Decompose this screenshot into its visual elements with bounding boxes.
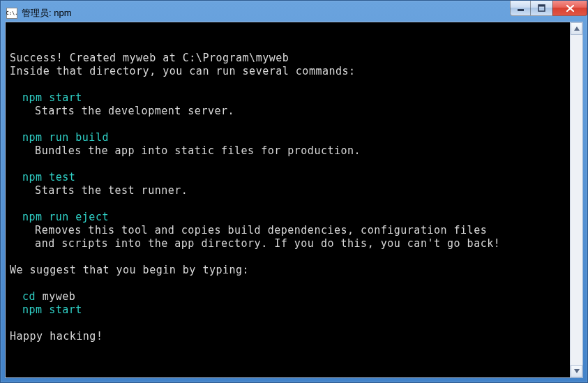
scroll-up-button[interactable] — [571, 22, 582, 35]
chevron-up-icon — [574, 27, 580, 31]
text-line: Bundles the app into static files for pr… — [10, 144, 566, 158]
client-area: Success! Created myweb at C:\Program\myw… — [5, 22, 583, 378]
text-line: We suggest that you begin by typing: — [10, 264, 566, 277]
text-line: Happy hacking! — [10, 330, 566, 343]
text-line: Inside that directory, you can run sever… — [10, 65, 566, 78]
svg-rect-2 — [538, 5, 545, 7]
window-controls — [511, 1, 587, 16]
titlebar[interactable]: C:\. 管理员: npm — [5, 5, 583, 22]
window-frame: C:\. 管理员: npm Success! Created myweb at … — [0, 0, 588, 383]
text-line — [10, 38, 566, 52]
cmd-icon: C:\. — [6, 8, 17, 19]
text-line — [10, 158, 566, 171]
scroll-down-button[interactable] — [571, 365, 582, 377]
maximize-button[interactable] — [530, 1, 553, 16]
text-line: Removes this tool and copies build depen… — [10, 224, 566, 237]
text-line: Starts the test runner. — [10, 184, 566, 197]
text-line: and scripts into the app directory. If y… — [10, 237, 566, 250]
vertical-scrollbar[interactable] — [570, 22, 582, 377]
command-line: npm start — [10, 91, 566, 105]
text-line — [10, 250, 566, 264]
minimize-button[interactable] — [510, 1, 531, 16]
command-line: npm run eject — [10, 211, 566, 224]
text-line: Success! Created myweb at C:\Program\myw… — [10, 52, 566, 65]
svg-rect-0 — [518, 9, 524, 11]
text-line — [10, 118, 566, 131]
terminal-output[interactable]: Success! Created myweb at C:\Program\myw… — [6, 22, 570, 377]
close-button[interactable] — [552, 1, 587, 16]
text-line — [10, 78, 566, 91]
command-line: cd myweb — [10, 290, 566, 303]
text-line: Starts the development server. — [10, 105, 566, 118]
command-line: npm start — [10, 303, 566, 317]
text-line — [10, 317, 566, 330]
command-line: npm test — [10, 171, 566, 184]
text-line — [10, 197, 566, 211]
command-line: npm run build — [10, 131, 566, 144]
text-line — [10, 25, 566, 38]
text-line — [10, 277, 566, 290]
window-title: 管理员: npm — [22, 7, 582, 20]
chevron-down-icon — [574, 369, 580, 373]
